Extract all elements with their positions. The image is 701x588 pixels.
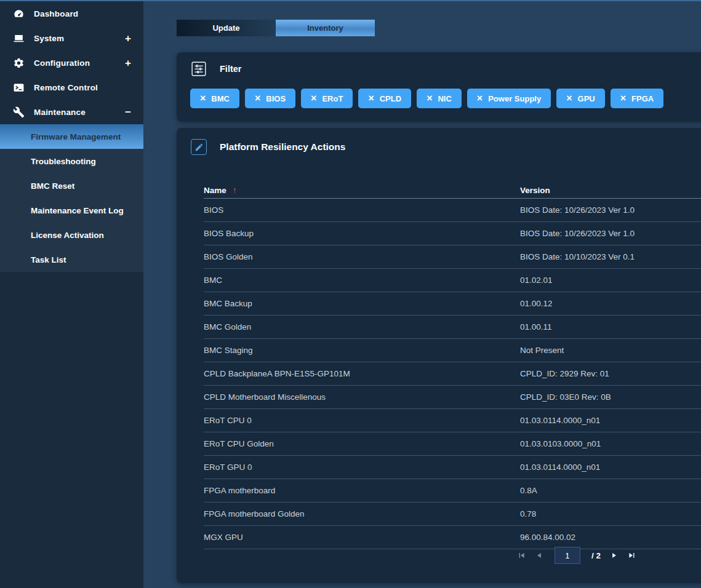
column-header-name-label: Name <box>204 186 226 195</box>
previous-page-button[interactable] <box>535 551 543 560</box>
chip-label: GPU <box>578 94 595 103</box>
filter-chip-erot[interactable]: ×ERoT <box>301 89 353 108</box>
filter-chip-bios[interactable]: ×BIOS <box>245 89 295 108</box>
table-row: ERoT GPU 001.03.0114.0000_n01 <box>204 456 701 479</box>
cell-name: ERoT CPU 0 <box>204 416 520 425</box>
cell-version: 01.00.11 <box>520 322 701 332</box>
chip-remove-icon[interactable]: × <box>255 93 260 103</box>
expand-plus-icon[interactable]: + <box>125 33 131 44</box>
cell-name: BMC Golden <box>204 322 520 332</box>
filter-chip-bmc[interactable]: ×BMC <box>190 89 239 108</box>
tab-update[interactable]: Update <box>177 20 276 36</box>
filter-chip-nic[interactable]: ×NIC <box>417 89 462 108</box>
cell-name: BIOS Golden <box>204 252 520 261</box>
sidebar-item-label: Remote Control <box>34 83 98 92</box>
maintenance-submenu: Firmware ManagementTroubleshootingBMC Re… <box>0 124 143 272</box>
table-row: BIOS BackupBIOS Date: 10/26/2023 Ver 1.0 <box>204 222 701 245</box>
chip-label: FPGA <box>631 94 654 103</box>
filter-panel: Filter ×BMC×BIOS×ERoT×CPLD×NIC×Power Sup… <box>177 52 701 122</box>
cell-version: BIOS Date: 10/26/2023 Ver 1.0 <box>520 229 701 238</box>
collapse-minus-icon[interactable]: − <box>125 107 131 117</box>
next-page-button[interactable] <box>610 551 619 560</box>
chip-remove-icon[interactable]: × <box>620 93 626 103</box>
sidebar-item-configuration[interactable]: Configuration+ <box>0 50 143 75</box>
tab-label: Inventory <box>307 23 343 33</box>
cell-name: BMC <box>204 276 520 285</box>
filter-sliders-icon <box>191 61 207 77</box>
filter-chips: ×BMC×BIOS×ERoT×CPLD×NIC×Power Supply×GPU… <box>190 89 663 108</box>
sidebar-subitem-bmc-reset[interactable]: BMC Reset <box>0 173 143 198</box>
table-body: BIOSBIOS Date: 10/26/2023 Ver 1.0BIOS Ba… <box>204 199 701 549</box>
chip-remove-icon[interactable]: × <box>200 93 206 103</box>
cell-version: 0.78 <box>520 509 701 518</box>
cell-version: BIOS Date: 10/26/2023 Ver 1.0 <box>520 205 701 215</box>
chip-remove-icon[interactable]: × <box>368 93 374 103</box>
sidebar-item-maintenance[interactable]: Maintenance− <box>0 100 143 124</box>
column-header-name[interactable]: Name ↑ <box>204 185 520 195</box>
table-row: BMC Backup01.00.12 <box>204 292 701 316</box>
expand-plus-icon[interactable]: + <box>125 58 131 68</box>
sidebar-item-label: Configuration <box>34 58 90 68</box>
window-top-accent-line <box>0 0 701 1</box>
inventory-panel-title: Platform Resiliency Actions <box>220 141 345 153</box>
filter-chip-cpld[interactable]: ×CPLD <box>358 89 411 108</box>
sidebar-subitem-label: BMC Reset <box>31 181 74 191</box>
sidebar-item-remote-control[interactable]: Remote Control <box>0 75 143 100</box>
filter-chip-gpu[interactable]: ×GPU <box>556 89 605 108</box>
sidebar-subitem-label: License Activation <box>31 231 104 240</box>
table-row: CPLD Motherboard MiscellenousCPLD_ID: 03… <box>204 386 701 409</box>
cell-version: 01.03.0114.0000_n01 <box>520 416 701 425</box>
sort-ascending-icon[interactable]: ↑ <box>233 185 237 195</box>
table-row: BIOSBIOS Date: 10/26/2023 Ver 1.0 <box>204 199 701 222</box>
cell-version: 01.02.01 <box>520 276 701 285</box>
tab-label: Update <box>212 23 239 33</box>
page-number-input[interactable] <box>555 547 580 564</box>
inventory-panel-header: Platform Resiliency Actions <box>191 139 345 155</box>
cell-version: 01.03.0114.0000_n01 <box>520 463 701 472</box>
chip-remove-icon[interactable]: × <box>566 93 572 103</box>
laptop-icon <box>12 32 25 44</box>
first-page-button[interactable] <box>517 551 526 560</box>
sidebar-subitem-firmware-management[interactable]: Firmware Management <box>0 124 143 149</box>
cell-version: BIOS Date: 10/10/2023 Ver 0.1 <box>520 252 701 261</box>
filter-chip-fpga[interactable]: ×FPGA <box>611 89 663 108</box>
chip-label: ERoT <box>322 94 343 103</box>
sidebar-subitem-maintenance-event-log[interactable]: Maintenance Event Log <box>0 198 143 223</box>
filter-panel-title: Filter <box>220 64 241 74</box>
tab-inventory[interactable]: Inventory <box>276 20 375 36</box>
filter-chip-power-supply[interactable]: ×Power Supply <box>467 89 551 108</box>
sidebar-item-label: System <box>34 34 64 43</box>
sidebar-subitem-task-list[interactable]: Task List <box>0 247 143 272</box>
sidebar-item-system[interactable]: System+ <box>0 26 143 50</box>
sidebar-nav: DashboardSystem+Configuration+Remote Con… <box>0 1 143 124</box>
table-row: FPGA motherboard0.8A <box>204 479 701 503</box>
cell-name: BMC Backup <box>204 299 520 308</box>
column-header-version[interactable]: Version <box>520 186 701 195</box>
table-row: CPLD BackplaneA BPN-E1S5-GP101MCPLD_ID: … <box>204 362 701 386</box>
chip-remove-icon[interactable]: × <box>311 93 316 103</box>
cell-version: 01.00.12 <box>520 299 701 308</box>
cell-version: 96.00.84.00.02 <box>520 533 701 542</box>
table-row: BMC Golden01.00.11 <box>204 316 701 339</box>
cell-version: CPLD_ID: 03E0 Rev: 0B <box>520 392 701 402</box>
sidebar-subitem-label: Maintenance Event Log <box>31 206 124 215</box>
pagination: / 2 <box>204 546 701 565</box>
tab-bar: UpdateInventory <box>177 20 375 36</box>
sidebar-subitem-license-activation[interactable]: License Activation <box>0 223 143 247</box>
chip-label: NIC <box>438 94 451 103</box>
sidebar-item-label: Maintenance <box>34 108 86 117</box>
cell-version: Not Present <box>520 346 701 355</box>
table-row: ERoT CPU Golden01.03.0103.0000_n01 <box>204 432 701 456</box>
gauge-icon <box>12 7 25 20</box>
gear-icon <box>12 57 25 69</box>
chip-label: Power Supply <box>488 94 541 103</box>
cell-name: MGX GPU <box>204 533 520 542</box>
table-row: BMC StagingNot Present <box>204 339 701 362</box>
sidebar-subitem-troubleshooting[interactable]: Troubleshooting <box>0 149 143 173</box>
chip-remove-icon[interactable]: × <box>477 93 483 103</box>
cell-name: FPGA motherboard Golden <box>204 509 520 518</box>
last-page-button[interactable] <box>628 551 636 560</box>
sidebar-item-dashboard[interactable]: Dashboard <box>0 1 143 26</box>
chip-remove-icon[interactable]: × <box>427 93 432 103</box>
chip-label: BIOS <box>266 94 286 103</box>
